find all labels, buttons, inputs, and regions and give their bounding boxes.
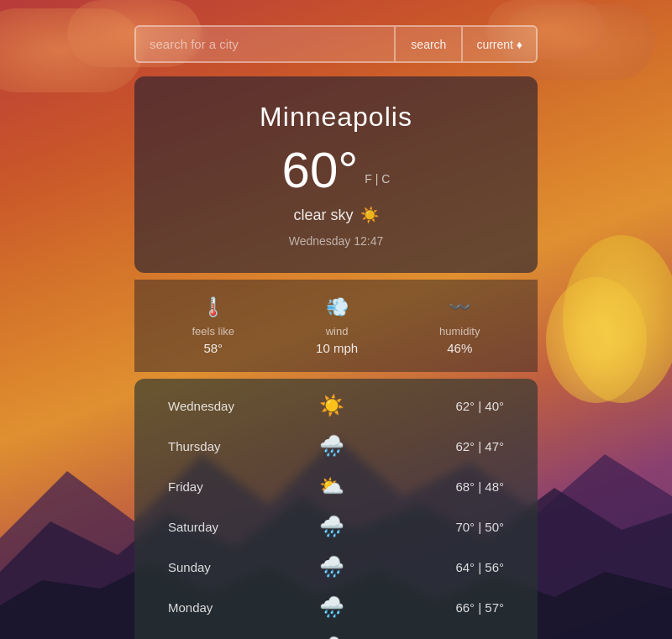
temperature: 60° [282,141,359,199]
forecast-row: Saturday 🌧️ 70° | 50° [134,506,538,547]
description-text: clear sky [293,207,353,224]
forecast-day: Friday [168,479,235,494]
current-weather-card: Minneapolis 60° F | C clear sky ☀️ Wedne… [134,76,538,273]
forecast-icon: 🌧️ [315,434,349,458]
forecast-icon: 🌧️ [315,555,349,579]
forecast-icon: 🌧️ [315,636,349,639]
wind-label: wind [326,325,349,338]
forecast-day: Thursday [168,439,235,453]
forecast-row: Thursday 🌧️ 62° | 47° [134,426,538,466]
forecast-day: Wednesday [168,399,235,413]
main-container: search current ♦ Minneapolis 60° F | C c… [134,25,538,639]
forecast-day: Saturday [168,520,235,534]
forecast-temps: 66° | 57° [428,600,504,615]
wind-detail: 💨 wind 10 mph [316,296,358,355]
weather-icon: ☀️ [360,206,379,224]
forecast-row: Wednesday ☀️ 62° | 40° [134,385,538,426]
feels-like-icon: 🌡️ [202,296,224,318]
forecast-temps: 70° | 50° [428,520,504,534]
current-location-button[interactable]: current ♦ [461,25,538,63]
forecast-row: Monday 🌧️ 66° | 57° [134,587,538,627]
search-bar: search current ♦ [134,25,538,63]
humidity-icon: 〰️ [449,296,471,318]
temperature-unit: F | C [365,172,390,186]
weather-date: Wednesday 12:47 [151,234,521,248]
search-button[interactable]: search [394,25,461,63]
forecast-card: Wednesday ☀️ 62° | 40° Thursday 🌧️ 62° |… [134,379,538,639]
forecast-icon: 🌧️ [315,595,349,619]
current-label: current ♦ [476,38,522,51]
forecast-icon: 🌧️ [315,515,349,538]
feels-like-detail: 🌡️ feels like 58° [192,296,234,355]
weather-details: 🌡️ feels like 58° 💨 wind 10 mph 〰️ humid… [134,280,538,372]
feels-like-value: 58° [203,341,223,355]
forecast-icon: ⛅ [315,474,349,498]
search-input[interactable] [134,25,394,63]
humidity-detail: 〰️ humidity 46% [439,296,480,355]
temperature-row: 60° F | C [151,141,521,199]
feels-like-label: feels like [192,325,234,338]
forecast-temps: 62° | 40° [428,399,504,413]
forecast-temps: 62° | 47° [428,439,504,453]
forecast-day: Monday [168,600,235,615]
forecast-row: Sunday 🌧️ 64° | 56° [134,547,538,587]
humidity-value: 46% [447,341,472,355]
forecast-day: Sunday [168,560,235,574]
forecast-row: Friday ⛅ 68° | 48° [134,466,538,506]
wind-icon: 💨 [326,296,349,318]
forecast-row: Tuesday 🌧️ 62° | 56° [134,627,538,639]
forecast-temps: 64° | 56° [428,560,504,574]
cloud-right-2 [546,277,647,403]
weather-description: clear sky ☀️ [151,206,521,224]
humidity-label: humidity [439,325,480,338]
forecast-temps: 68° | 48° [428,479,504,494]
forecast-icon: ☀️ [315,394,349,417]
wind-value: 10 mph [316,341,358,355]
city-name: Minneapolis [151,102,521,133]
